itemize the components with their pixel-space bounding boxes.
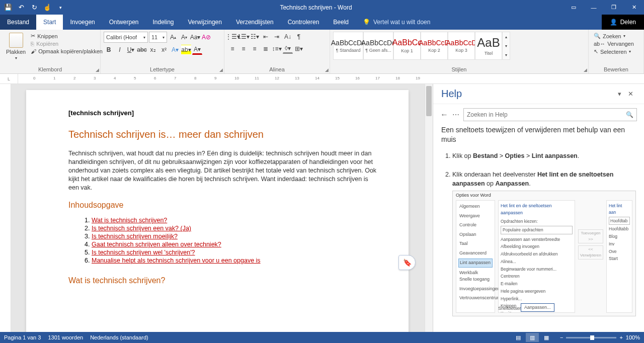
sort-icon[interactable]: A↓ [283, 32, 293, 42]
bookmark-icon[interactable]: 🔖 [398, 255, 416, 270]
search-icon[interactable]: 🔍 [626, 111, 633, 118]
status-page[interactable]: Pagina 1 van 3 [4, 334, 41, 340]
highlight-icon[interactable]: ab▾ [181, 45, 191, 55]
justify-icon[interactable]: ≣ [261, 44, 271, 54]
toc-link[interactable]: Gaat technisch schrijven alleen over tec… [92, 241, 221, 248]
vertical-scrollbar[interactable] [425, 84, 433, 332]
italic-icon[interactable]: I [115, 45, 125, 55]
scrollbar-thumb[interactable] [426, 86, 432, 116]
font-color-icon[interactable]: A▾ [192, 45, 202, 55]
help-search[interactable]: 🔍 [463, 108, 637, 121]
print-layout-icon[interactable]: ▥ [526, 333, 539, 342]
tab-insert[interactable]: Invoegen [63, 15, 102, 30]
styles-gallery[interactable]: AaBbCcDc¶ Standaard AaBbCcDc¶ Geen afs..… [333, 32, 510, 60]
select-button[interactable]: ↖Selecteren▾ [594, 48, 634, 55]
close-pane-icon[interactable]: ✕ [625, 90, 636, 98]
shading-icon[interactable]: ◊▾ [283, 44, 293, 54]
toc-link[interactable]: Manualise helpt als technisch schrijven … [92, 257, 261, 264]
text-effects-icon[interactable]: A▾ [170, 45, 180, 55]
toc-link[interactable]: Is technisch schrijven moeilijk? [92, 233, 178, 240]
tab-references[interactable]: Verwijzingen [181, 15, 229, 30]
style-kop1[interactable]: AaBbCcKop 1 [393, 32, 421, 60]
zoom-value[interactable]: 100% [626, 334, 640, 340]
font-family-combo[interactable]: Calibri (Hoof▾ [104, 32, 148, 43]
document-viewport[interactable]: [technisch schrijven] Technisch schrijve… [11, 84, 425, 332]
zoom-out-icon[interactable]: − [560, 334, 563, 340]
tab-selector-icon[interactable]: L [0, 74, 18, 84]
shrink-font-icon[interactable]: A▾ [179, 32, 189, 42]
bullets-icon[interactable]: ⋮☰▾ [227, 32, 237, 42]
tab-mailings[interactable]: Verzendlijsten [229, 15, 281, 30]
zoom-in-icon[interactable]: + [619, 334, 622, 340]
toc-link[interactable]: Is technisch schrijven wel 'schrijven'? [92, 249, 195, 256]
save-icon[interactable]: 💾 [2, 2, 14, 14]
clear-formatting-icon[interactable]: A⊘ [201, 32, 211, 42]
ribbon-display-icon[interactable]: ▭ [564, 0, 584, 15]
tab-view[interactable]: Beeld [326, 15, 356, 30]
back-icon[interactable]: ← [440, 110, 448, 119]
task-pane-options-icon[interactable]: ▾ [614, 90, 625, 98]
align-left-icon[interactable]: ≡ [227, 44, 237, 54]
decrease-indent-icon[interactable]: ⇤ [261, 32, 271, 42]
tab-review[interactable]: Controleren [281, 15, 327, 30]
toc-link[interactable]: Is technisch schrijven een vak? (Ja) [92, 225, 191, 232]
replace-button[interactable]: ab↔Vervangen [594, 41, 634, 47]
align-center-icon[interactable]: ≡ [238, 44, 249, 54]
more-icon[interactable]: ⋯ [452, 111, 459, 119]
underline-icon[interactable]: U▾ [126, 45, 136, 55]
bold-icon[interactable]: B [104, 45, 114, 55]
qat-customize-icon[interactable]: ▾ [54, 2, 66, 14]
change-case-icon[interactable]: Aa▾ [190, 32, 200, 42]
tab-design[interactable]: Ontwerpen [102, 15, 146, 30]
vertical-ruler[interactable] [0, 84, 11, 332]
strikethrough-icon[interactable]: abc [137, 45, 147, 55]
cut-button[interactable]: ✂Knippen [31, 33, 103, 39]
styles-launcher-icon[interactable]: ◢ [584, 67, 587, 72]
style-standaard[interactable]: AaBbCcDc¶ Standaard [333, 32, 363, 60]
tab-start[interactable]: Start [36, 15, 63, 30]
paragraph-launcher-icon[interactable]: ◢ [325, 67, 329, 72]
zoom-slider[interactable] [566, 337, 616, 338]
font-size-combo[interactable]: 11▾ [149, 32, 167, 43]
subscript-icon[interactable]: x₂ [148, 45, 158, 55]
format-painter-button[interactable]: 🖌Opmaak kopiëren/plakken [31, 48, 103, 54]
style-kop3[interactable]: AaBbCcDKop 3 [448, 32, 475, 60]
tell-me[interactable]: 💡 Vertel wat u wilt doen [356, 15, 437, 30]
hs-right: Het lint aan Hoofdtab Hoofdtabb Blog Inv… [606, 200, 632, 313]
increase-indent-icon[interactable]: ⇥ [272, 32, 282, 42]
style-geen-afstand[interactable]: AaBbCcDc¶ Geen afs... [363, 32, 393, 60]
line-spacing-icon[interactable]: ↕≡▾ [272, 44, 282, 54]
zoom-thumb[interactable] [590, 335, 594, 340]
paste-button[interactable]: Plakken ▾ [3, 32, 29, 61]
numbering-icon[interactable]: 1☰▾ [238, 32, 249, 42]
close-icon[interactable]: ✕ [624, 0, 644, 15]
read-mode-icon[interactable]: ▤ [512, 333, 525, 342]
borders-icon[interactable]: ⊞▾ [294, 44, 304, 54]
status-language[interactable]: Nederlands (standaard) [90, 334, 148, 340]
show-marks-icon[interactable]: ¶ [294, 32, 304, 42]
tab-layout[interactable]: Indeling [145, 15, 181, 30]
superscript-icon[interactable]: x² [159, 45, 169, 55]
align-right-icon[interactable]: ≡ [250, 44, 260, 54]
undo-icon[interactable]: ↶ [15, 2, 27, 14]
toc-link[interactable]: Wat is technisch schrijven? [92, 217, 167, 224]
styles-more-icon[interactable]: ▴▾▾ [502, 32, 510, 60]
style-titel[interactable]: AaBTitel [475, 32, 502, 60]
minimize-icon[interactable]: — [584, 0, 604, 15]
touch-mode-icon[interactable]: ☝ [41, 2, 53, 14]
horizontal-ruler[interactable]: 012345678910111213141516171819 [18, 74, 644, 83]
tab-file[interactable]: Bestand [0, 15, 36, 30]
multilevel-icon[interactable]: ☷▾ [250, 32, 260, 42]
find-button[interactable]: 🔍Zoeken▾ [594, 33, 634, 39]
share-button[interactable]: 👤 Delen [602, 15, 644, 30]
style-kop2[interactable]: AaBbCcDKop 2 [421, 32, 448, 60]
clipboard-launcher-icon[interactable]: ◢ [96, 67, 99, 72]
copy-button[interactable]: ⎘Kopiëren [31, 41, 103, 47]
help-search-input[interactable] [467, 111, 626, 118]
repeat-icon[interactable]: ↻ [28, 2, 40, 14]
grow-font-icon[interactable]: A▴ [168, 32, 178, 42]
font-launcher-icon[interactable]: ◢ [219, 67, 223, 72]
web-layout-icon[interactable]: ▦ [540, 333, 553, 342]
status-words[interactable]: 1301 woorden [48, 334, 83, 340]
maximize-icon[interactable]: ❐ [604, 0, 624, 15]
